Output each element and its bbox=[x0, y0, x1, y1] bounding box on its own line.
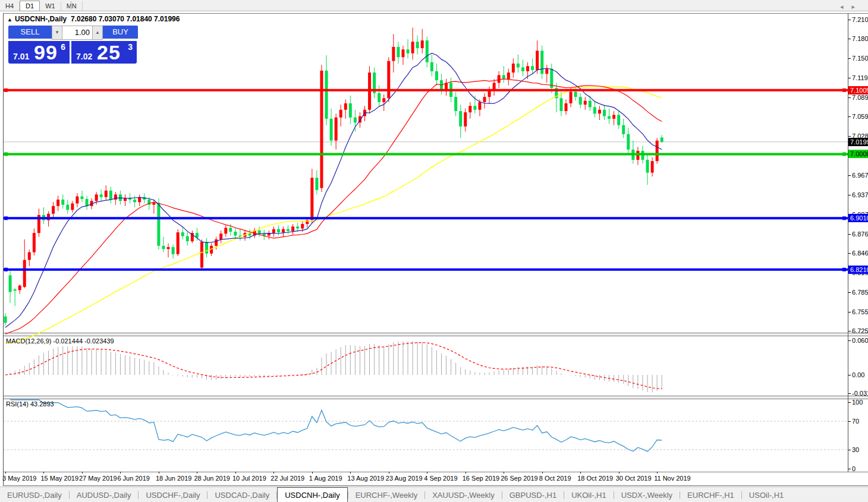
sell-button[interactable]: SELL bbox=[8, 26, 52, 39]
current-price-badge: 7.01996 bbox=[848, 138, 868, 146]
buy-price-sup: 3 bbox=[128, 42, 133, 52]
axis-tick bbox=[848, 331, 851, 331]
date-tick bbox=[82, 472, 83, 473]
chart-window bbox=[0, 11, 868, 486]
price-tick-label: 7.05930 bbox=[852, 113, 868, 120]
price-tick-label: 6.93780 bbox=[852, 191, 868, 198]
chart-tab-audusd-daily[interactable]: AUDUSD-,Daily bbox=[70, 488, 139, 502]
timeframe-button-mn[interactable]: MN bbox=[61, 1, 83, 11]
chart-tab-eurchf-h1[interactable]: EURCHF-,H1 bbox=[680, 488, 741, 502]
date-tick-label: 22 Jul 2019 bbox=[271, 475, 304, 482]
chart-tab-usoil-h1[interactable]: USOil-,H1 bbox=[742, 488, 791, 502]
chart-tab-usdchf-daily[interactable]: USDCHF-,Daily bbox=[139, 488, 207, 502]
date-tick-label: 27 May 2019 bbox=[79, 475, 117, 482]
price-tick-label: 6.87660 bbox=[852, 231, 868, 238]
chart-tab-usdcad-daily[interactable]: USDCAD-,Daily bbox=[207, 488, 276, 502]
chart-title: ▲USDCNH-,Daily 7.02680 7.03070 7.01840 7… bbox=[7, 15, 180, 23]
symbol-title: USDCNH-,Daily bbox=[15, 15, 67, 23]
axis-tick bbox=[848, 195, 851, 195]
volume-decrease-icon[interactable]: ▾ bbox=[52, 26, 62, 39]
buy-price-box[interactable]: 7.02 25 3 bbox=[71, 41, 137, 64]
price-tick-label: 6.96750 bbox=[852, 172, 868, 179]
date-tick bbox=[43, 472, 44, 473]
chart-tab-usdx-weekly[interactable]: USDX-,Weekly bbox=[614, 488, 680, 502]
axis-tick bbox=[848, 375, 851, 375]
price-tick-label: 7.08900 bbox=[852, 94, 868, 101]
date-tick bbox=[466, 472, 466, 473]
chart-tab-gbpusd-h1[interactable]: GBPUSD-,H1 bbox=[502, 488, 564, 502]
date-tick bbox=[350, 472, 351, 473]
axis-tick bbox=[848, 116, 851, 117]
date-tick bbox=[427, 472, 427, 473]
volume-input[interactable]: 1.00 bbox=[62, 26, 92, 39]
axis-tick bbox=[848, 39, 851, 39]
price-tick-label: 7.15020 bbox=[852, 55, 868, 62]
date-tick-label: 4 Sep 2019 bbox=[424, 475, 457, 482]
rsi-tick-label: 100 bbox=[852, 399, 868, 406]
axis-tick bbox=[848, 234, 851, 235]
timeframe-button-h4[interactable]: H4 bbox=[0, 1, 20, 11]
axis-tick bbox=[848, 450, 851, 450]
axis-tick bbox=[848, 421, 851, 422]
date-tick-label: 11 Nov 2019 bbox=[654, 475, 691, 482]
rsi-tick-label: 0 bbox=[852, 465, 868, 472]
date-tick-label: 28 Jun 2019 bbox=[194, 475, 230, 482]
price-tick-label: 7.11960 bbox=[852, 74, 868, 81]
date-tick-label: 13 Aug 2019 bbox=[347, 475, 384, 482]
date-tick-label: 16 Sep 2019 bbox=[463, 475, 499, 482]
axis-tick bbox=[848, 469, 851, 469]
axis-tick bbox=[848, 97, 851, 98]
macd-indicator-label: MACD(12,26,9) -0.021444 -0.023439 bbox=[6, 337, 114, 345]
rsi-indicator-label: RSI(14) 43.2893 bbox=[6, 400, 54, 408]
chart-tab-eurchf-weekly[interactable]: EURCHF-,Weekly bbox=[348, 488, 425, 502]
price-tick-label: 6.72540 bbox=[852, 327, 868, 334]
toolbar-separator bbox=[71, 1, 71, 10]
one-click-trading-widget: SELL ▾ 1.00 ▴ BUY 7.01 99 6 7.02 25 3 bbox=[8, 26, 138, 64]
axis-tick bbox=[848, 58, 851, 59]
chart-tab-eurusd-daily[interactable]: EURUSD-,Daily bbox=[0, 488, 69, 502]
buy-price-big: 25 bbox=[97, 41, 121, 64]
axis-tick bbox=[848, 402, 851, 403]
date-tick-label: 18 Jun 2019 bbox=[156, 475, 192, 482]
timeframe-button-d1[interactable]: D1 bbox=[20, 1, 40, 11]
price-tick-label: 6.78570 bbox=[852, 289, 868, 296]
sell-price-prefix: 7.01 bbox=[13, 52, 29, 61]
macd-tick-label: -0.031725 bbox=[852, 390, 868, 397]
chart-tab-bar: EURUSD-,DailyAUDUSD-,DailyUSDCHF-,DailyU… bbox=[0, 487, 868, 502]
chart-tab-usdcnh-daily[interactable]: USDCNH-,Daily bbox=[277, 487, 347, 502]
sell-price-sup: 6 bbox=[61, 42, 65, 52]
rsi-tick-label: 70 bbox=[852, 418, 868, 425]
tab-scroll-arrows[interactable]: ◂▸ bbox=[840, 3, 863, 11]
timeframe-button-w1[interactable]: W1 bbox=[40, 1, 61, 11]
date-tick bbox=[159, 472, 159, 473]
date-tick bbox=[619, 472, 619, 473]
date-tick-label: 15 May 2019 bbox=[40, 475, 78, 482]
date-tick bbox=[235, 472, 236, 473]
chart-tab-xauusd-weekly[interactable]: XAUUSD-,Weekly bbox=[425, 488, 502, 502]
price-tick-label: 6.84690 bbox=[852, 250, 868, 257]
trading-platform-window: H4D1W1MN ▲USDCNH-,Daily 7.02680 7.03070 … bbox=[0, 0, 868, 502]
date-tick bbox=[5, 472, 6, 473]
chart-tab-ukoil-h1[interactable]: UKOil-,H1 bbox=[564, 488, 614, 502]
date-tick-label: 3 May 2019 bbox=[2, 475, 36, 482]
macd-tick-label: 0.00 bbox=[852, 371, 868, 378]
sell-price-box[interactable]: 7.01 99 6 bbox=[8, 41, 70, 64]
date-tick bbox=[273, 472, 274, 473]
axis-tick bbox=[848, 175, 851, 176]
buy-button[interactable]: BUY bbox=[103, 26, 138, 39]
collapse-arrow-icon[interactable]: ▲ bbox=[7, 17, 12, 23]
date-tick bbox=[504, 472, 504, 473]
axis-tick bbox=[848, 312, 851, 312]
volume-increase-icon[interactable]: ▴ bbox=[92, 26, 103, 39]
hline-price-badge: 7.10051 bbox=[848, 86, 868, 94]
timeframe-toolbar: H4D1W1MN bbox=[0, 0, 868, 11]
buy-price-prefix: 7.02 bbox=[76, 52, 92, 61]
date-tick-label: 26 Sep 2019 bbox=[501, 475, 537, 482]
axis-tick bbox=[848, 253, 851, 254]
date-tick-label: 1 Aug 2019 bbox=[309, 475, 342, 482]
date-tick-label: 10 Jul 2019 bbox=[232, 475, 266, 482]
date-tick bbox=[580, 472, 581, 473]
axis-tick bbox=[848, 136, 851, 137]
date-tick bbox=[542, 472, 543, 473]
date-tick bbox=[389, 472, 389, 473]
